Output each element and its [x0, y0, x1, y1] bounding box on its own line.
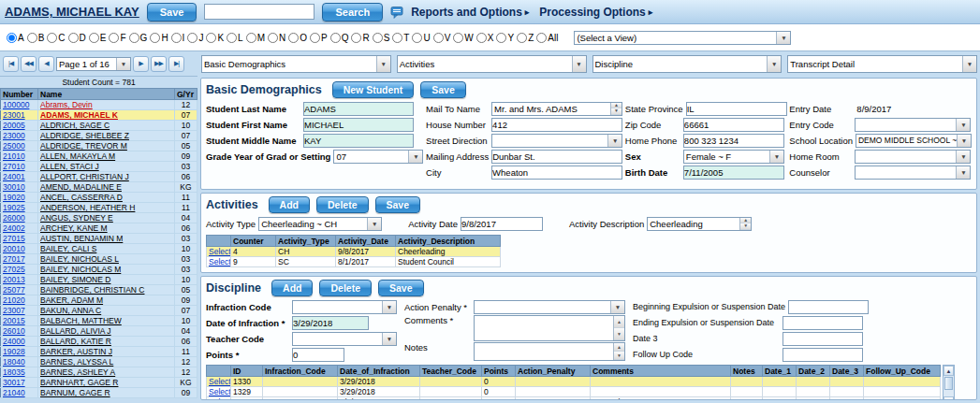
activity-row[interactable]: Select9SC8/1/2017Student Council	[207, 257, 501, 267]
student-name-link[interactable]: ALLPORT, CHRISTIAN J	[40, 172, 129, 181]
alpha-option-e[interactable]: E	[89, 33, 107, 43]
alpha-radio-m[interactable]	[246, 33, 256, 43]
student-name-link[interactable]: BALLARD, ALIVIA J	[40, 326, 111, 336]
menu-processing-options[interactable]: Processing Options ▸	[539, 6, 655, 19]
prev-record-button[interactable]: ◀	[38, 56, 54, 72]
header-search-button[interactable]: Search	[322, 3, 383, 22]
student-number-link[interactable]: 23000	[3, 131, 25, 140]
alpha-radio-f[interactable]	[109, 33, 119, 43]
student-name-link[interactable]: BAILEY, NICHOLAS M	[40, 265, 121, 274]
alpha-radio-r[interactable]	[351, 33, 361, 43]
alpha-option-x[interactable]: X	[476, 33, 494, 43]
alpha-radio-e[interactable]	[89, 33, 99, 43]
alpha-radio-q[interactable]	[330, 33, 341, 43]
mail-to-name-input[interactable]: Mr. and Mrs. ADAMS▲▼	[491, 102, 622, 116]
student-number-link[interactable]: 18035	[3, 367, 25, 377]
alpha-option-c[interactable]: C	[47, 33, 65, 43]
student-name-link[interactable]: ALLEN, STACI J	[40, 162, 99, 171]
student-number-link[interactable]: 20013	[3, 275, 25, 284]
student-number-link[interactable]: 23007	[3, 306, 25, 315]
student-row[interactable]: 24000BALLARD, KATIE R06	[1, 337, 197, 347]
student-name-link[interactable]: BAILEY, SIMONE D	[40, 275, 110, 284]
house-number-input[interactable]: 412	[491, 118, 622, 132]
student-name-link[interactable]: BAKUN, ANNA C	[40, 306, 101, 315]
student-row[interactable]: 30017BARNHART, GAGE RKG	[1, 378, 197, 388]
teacher-code-select[interactable]: ▼	[292, 332, 397, 346]
alpha-radio-z[interactable]	[517, 33, 527, 43]
discipline-table-scrollbar[interactable]: ▲ ▼	[943, 365, 955, 400]
alpha-radio-g[interactable]	[129, 33, 139, 43]
home-room-select[interactable]: ▼	[855, 150, 971, 164]
student-number-link[interactable]: 27025	[3, 265, 25, 274]
student-number-link[interactable]: 26010	[3, 326, 25, 336]
alpha-radio-d[interactable]	[68, 33, 79, 43]
follow-up-code-input[interactable]	[783, 348, 863, 362]
student-number-link[interactable]: 21040	[3, 388, 25, 397]
student-row[interactable]: 26010BALLARD, ALIVIA J04	[1, 326, 197, 337]
student-row[interactable]: 18035BARNES, ASHLEY A12	[1, 367, 197, 378]
sex-select[interactable]: Female ~ F▼	[683, 150, 784, 164]
student-row[interactable]: 27017BAILEY, NICHOLAS L03	[1, 254, 197, 265]
notes-input[interactable]: ▲▼	[474, 342, 625, 361]
alpha-radio-l[interactable]	[227, 33, 237, 43]
entry-code-select[interactable]: ▼	[855, 118, 971, 132]
activities-delete-button[interactable]: Delete	[316, 196, 369, 213]
alpha-radio-p[interactable]	[310, 33, 320, 43]
alpha-radio-v[interactable]	[433, 33, 444, 43]
alpha-option-z[interactable]: Z	[517, 33, 534, 43]
alpha-radio-i[interactable]	[171, 33, 182, 43]
student-name-link[interactable]: BARKER, AUSTIN J	[40, 347, 112, 356]
student-name-link[interactable]: BARNHART, GAGE R	[40, 378, 118, 387]
discipline-delete-button[interactable]: Delete	[319, 280, 372, 296]
alpha-radio-all[interactable]	[536, 33, 547, 43]
student-name-link[interactable]: ADAMS, MICHAEL K	[40, 110, 118, 120]
alpha-radio-s[interactable]	[373, 33, 383, 43]
student-number-link[interactable]: 19028	[3, 347, 25, 356]
student-name-link[interactable]: ALDRICH, SAGE C	[40, 121, 110, 130]
student-row[interactable]: 23001ADAMS, MICHAEL K07	[1, 110, 197, 121]
select-link[interactable]: Select	[209, 257, 231, 266]
student-name-link[interactable]: BAKER, ADAM M	[40, 295, 103, 305]
alpha-option-p[interactable]: P	[310, 33, 328, 43]
zip-code-input[interactable]: 66661	[683, 118, 784, 132]
student-name-link[interactable]: BAINBRIDGE, CHRISTIAN C	[40, 285, 144, 295]
alpha-option-d[interactable]: D	[68, 33, 86, 43]
discipline-save-button[interactable]: Save	[378, 280, 424, 296]
page-select[interactable]: Page 1 of 16 ▼	[56, 57, 131, 71]
scroll-down-icon[interactable]: ▼	[943, 396, 954, 400]
student-row[interactable]: 24001ALLPORT, CHRISTIAN J06	[1, 172, 197, 182]
next-batch-button[interactable]: ▶▶	[151, 56, 167, 72]
alpha-radio-b[interactable]	[27, 33, 37, 43]
student-row[interactable]: 23000ALDRIDGE, SHELBEE Z07	[1, 131, 197, 141]
student-number-link[interactable]: 21010	[3, 151, 25, 161]
student-number-link[interactable]: 24002	[3, 223, 25, 233]
select-link[interactable]: Select	[209, 377, 231, 386]
student-last-name-input[interactable]: ADAMS	[303, 102, 414, 116]
alpha-option-q[interactable]: Q	[330, 33, 349, 43]
alpha-option-k[interactable]: K	[206, 33, 224, 43]
prev-batch-button[interactable]: ◀◀	[21, 56, 37, 72]
student-number-link[interactable]: 24001	[3, 172, 25, 181]
activity-type-select[interactable]: Cheerleading ~ CH▼	[258, 217, 382, 231]
student-number-link[interactable]: 20010	[3, 244, 25, 253]
student-row[interactable]: 19025ANDERSON, HEATHER H11	[1, 203, 197, 213]
student-first-name-input[interactable]: MICHAEL	[303, 118, 414, 132]
nav-select-basic-demographics[interactable]: Basic Demographics▼	[201, 55, 391, 73]
student-row[interactable]: 20015BALBACH, MATTHEW10	[1, 316, 197, 326]
select-link[interactable]: Select	[209, 387, 231, 396]
student-name-link[interactable]: Abrams, Devin	[40, 100, 93, 109]
alpha-radio-w[interactable]	[453, 33, 463, 43]
alpha-option-b[interactable]: B	[27, 33, 45, 43]
student-row[interactable]: 23007BAKUN, ANNA C07	[1, 306, 197, 316]
alpha-option-all[interactable]: All	[536, 33, 558, 43]
alpha-radio-y[interactable]	[496, 33, 506, 43]
nav-select-discipline[interactable]: Discipline▼	[592, 55, 783, 73]
alpha-option-s[interactable]: S	[373, 33, 390, 43]
alpha-radio-j[interactable]	[187, 33, 197, 43]
alpha-radio-a[interactable]	[7, 33, 17, 43]
student-name-link[interactable]: AUSTIN, BENJAMIN M	[40, 234, 123, 243]
city-input[interactable]: Wheaton	[491, 166, 622, 180]
student-name-link[interactable]: BAILEY, NICHOLAS L	[40, 254, 119, 264]
student-number-link[interactable]: 30017	[3, 378, 25, 387]
student-number-link[interactable]: 27015	[3, 234, 25, 243]
